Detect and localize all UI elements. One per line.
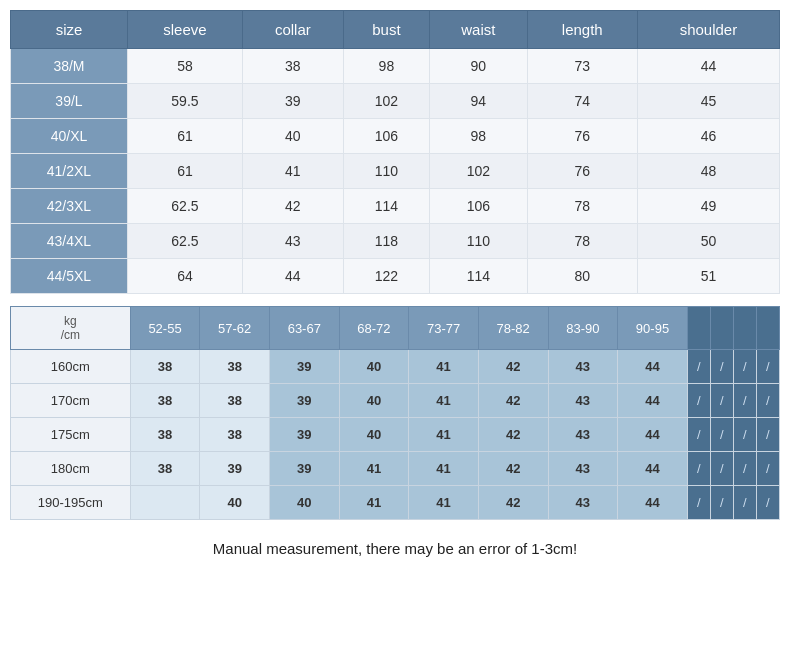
table-row: 190-195cm40404141424344////: [11, 486, 780, 520]
size-value: 74: [527, 84, 637, 119]
table-row: 43/4XL62.5431181107850: [11, 224, 780, 259]
weight-cell: 43: [548, 452, 618, 486]
size-value: 76: [527, 154, 637, 189]
weight-cell: 41: [409, 486, 479, 520]
weight-cell: 42: [478, 452, 548, 486]
size-value: 49: [637, 189, 779, 224]
weight-cell: /: [687, 452, 710, 486]
weight-header-7: 90-95: [618, 307, 688, 350]
footnote: Manual measurement, there may be an erro…: [10, 534, 780, 561]
size-header-size: size: [11, 11, 128, 49]
weight-cell: 39: [200, 452, 270, 486]
size-label: 44/5XL: [11, 259, 128, 294]
table-row: 42/3XL62.5421141067849: [11, 189, 780, 224]
weight-height-chart: kg/cm52-5557-6263-6768-7273-7778-8283-90…: [10, 306, 780, 520]
weight-cell: 38: [200, 418, 270, 452]
weight-cell: /: [710, 452, 733, 486]
weight-cell: 44: [618, 384, 688, 418]
weight-cell: 42: [478, 384, 548, 418]
weight-cell: 41: [409, 350, 479, 384]
weight-cell: /: [733, 350, 756, 384]
weight-cell: 41: [339, 486, 409, 520]
weight-cell: /: [687, 418, 710, 452]
weight-header-3: 68-72: [339, 307, 409, 350]
weight-cell: /: [687, 486, 710, 520]
size-value: 50: [637, 224, 779, 259]
weight-header-0: 52-55: [130, 307, 200, 350]
weight-cell: 39: [269, 452, 339, 486]
weight-cell: /: [710, 418, 733, 452]
size-value: 94: [430, 84, 528, 119]
weight-cell: 39: [269, 418, 339, 452]
weight-cell: 42: [478, 486, 548, 520]
size-chart: sizesleevecollarbustwaistlengthshoulder …: [10, 10, 780, 294]
size-value: 59.5: [127, 84, 242, 119]
weight-cell: 44: [618, 486, 688, 520]
weight-cell: 38: [130, 452, 200, 486]
size-value: 45: [637, 84, 779, 119]
weight-cell: 38: [200, 350, 270, 384]
weight-cell: 38: [200, 384, 270, 418]
weight-header-1: 57-62: [200, 307, 270, 350]
size-value: 78: [527, 189, 637, 224]
weight-cell: /: [710, 486, 733, 520]
size-value: 62.5: [127, 189, 242, 224]
size-value: 38: [242, 49, 343, 84]
weight-cell: 40: [269, 486, 339, 520]
weight-cell: 41: [339, 452, 409, 486]
weight-cell: 43: [548, 384, 618, 418]
weight-cell: 41: [409, 452, 479, 486]
weight-cell: /: [687, 384, 710, 418]
size-value: 122: [343, 259, 429, 294]
size-value: 73: [527, 49, 637, 84]
size-header-collar: collar: [242, 11, 343, 49]
size-value: 42: [242, 189, 343, 224]
weight-cell: /: [710, 350, 733, 384]
size-value: 110: [343, 154, 429, 189]
size-value: 58: [127, 49, 242, 84]
weight-cell: /: [756, 452, 779, 486]
weight-cell: 44: [618, 418, 688, 452]
weight-cell: 39: [269, 350, 339, 384]
size-header-bust: bust: [343, 11, 429, 49]
table-row: 175cm3838394041424344////: [11, 418, 780, 452]
size-label: 38/M: [11, 49, 128, 84]
size-value: 106: [430, 189, 528, 224]
weight-cell: 42: [478, 418, 548, 452]
size-value: 44: [637, 49, 779, 84]
table-row: 41/2XL61411101027648: [11, 154, 780, 189]
weight-header-11: [756, 307, 779, 350]
height-label: 180cm: [11, 452, 131, 486]
size-header-waist: waist: [430, 11, 528, 49]
weight-cell: 40: [339, 384, 409, 418]
weight-header-5: 78-82: [478, 307, 548, 350]
size-header-length: length: [527, 11, 637, 49]
size-value: 114: [343, 189, 429, 224]
size-label: 40/XL: [11, 119, 128, 154]
weight-header-6: 83-90: [548, 307, 618, 350]
weight-cell: 38: [130, 418, 200, 452]
weight-cell: /: [733, 486, 756, 520]
table-row: 180cm3839394141424344////: [11, 452, 780, 486]
size-value: 106: [343, 119, 429, 154]
weight-cell: 44: [618, 350, 688, 384]
weight-cell: 39: [269, 384, 339, 418]
size-label: 41/2XL: [11, 154, 128, 189]
weight-header-9: [710, 307, 733, 350]
weight-cell: /: [756, 384, 779, 418]
weight-cell: /: [687, 350, 710, 384]
weight-cell: 40: [200, 486, 270, 520]
weight-cell: /: [733, 452, 756, 486]
height-label: 170cm: [11, 384, 131, 418]
weight-cell: 40: [339, 418, 409, 452]
size-value: 51: [637, 259, 779, 294]
weight-cell: 43: [548, 486, 618, 520]
size-label: 43/4XL: [11, 224, 128, 259]
size-value: 44: [242, 259, 343, 294]
size-value: 41: [242, 154, 343, 189]
size-value: 78: [527, 224, 637, 259]
weight-cell: 43: [548, 350, 618, 384]
weight-header-2: 63-67: [269, 307, 339, 350]
size-header-sleeve: sleeve: [127, 11, 242, 49]
size-value: 80: [527, 259, 637, 294]
